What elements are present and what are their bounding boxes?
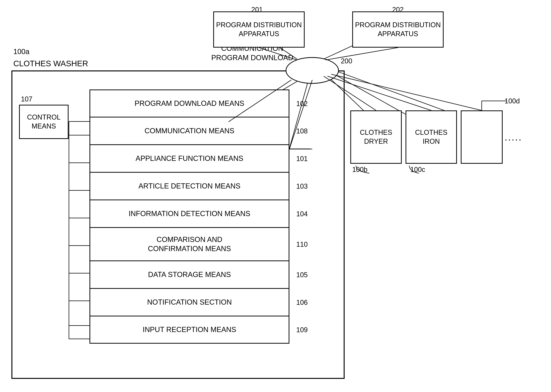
- clothes-dryer-box: CLOTHESDRYER: [350, 110, 402, 164]
- control-means-box: CONTROLMEANS: [19, 105, 69, 139]
- svg-line-17: [329, 69, 449, 112]
- ref-100b: 100b: [352, 166, 368, 174]
- means-box-notification: NOTIFICATION SECTION 106: [90, 288, 289, 316]
- means-box-data-storage: DATA STORAGE MEANS 105: [90, 261, 289, 288]
- washer-label: CLOTHES WASHER: [13, 59, 88, 68]
- means-box-program-download: PROGRAM DOWNLOAD MEANS 102: [90, 90, 289, 117]
- ref-201: 201: [251, 6, 263, 14]
- means-box-input-reception: INPUT RECEPTION MEANS 109: [90, 316, 289, 344]
- pda-202-label: PROGRAM DISTRIBUTIONAPPARATUS: [355, 21, 441, 38]
- pda-box-202: PROGRAM DISTRIBUTIONAPPARATUS: [352, 11, 444, 48]
- means-column: PROGRAM DOWNLOAD MEANS 102 COMMUNICATION…: [90, 90, 289, 344]
- ref-100a: 100a: [13, 48, 29, 56]
- means-box-article-detection: ARTICLE DETECTION MEANS 103: [90, 172, 289, 200]
- ref-107: 107: [21, 95, 32, 103]
- ref-202: 202: [392, 6, 404, 14]
- means-label-7: NOTIFICATION SECTION: [147, 298, 232, 307]
- means-label-5: COMPARISON ANDCONFIRMATION MEANS: [148, 235, 231, 253]
- means-box-information-detection: INFORMATION DETECTION MEANS 104: [90, 200, 289, 228]
- means-label-8: INPUT RECEPTION MEANS: [143, 325, 236, 334]
- ref-102: 102: [296, 99, 308, 108]
- pda-201-label: PROGRAM DISTRIBUTIONAPPARATUS: [216, 21, 302, 38]
- ref-100d: 100d: [505, 97, 520, 105]
- dots-label: .....: [505, 131, 522, 143]
- rightmost-appliance-box: [461, 110, 503, 164]
- ref-109: 109: [296, 325, 308, 334]
- clothes-iron-label: CLOTHESIRON: [415, 128, 447, 146]
- ref-105: 105: [296, 270, 308, 279]
- means-label-4: INFORMATION DETECTION MEANS: [129, 209, 250, 218]
- ref-108: 108: [296, 127, 308, 135]
- ref-103: 103: [296, 182, 308, 190]
- means-label-3: ARTICLE DETECTION MEANS: [139, 182, 240, 191]
- means-label-1: COMMUNICATION MEANS: [145, 126, 234, 136]
- means-label-2: APPLIANCE FUNCTION MEANS: [136, 154, 243, 163]
- clothes-dryer-label: CLOTHESDRYER: [360, 128, 392, 146]
- ref-110: 110: [296, 240, 308, 248]
- pda-box-201: PROGRAM DISTRIBUTIONAPPARATUS: [213, 11, 305, 48]
- diagram-container: CLOTHES WASHER 100a 107 CONTROLMEANS PRO…: [0, 0, 551, 392]
- network-oval: [286, 57, 339, 84]
- control-means-label: CONTROLMEANS: [27, 113, 61, 131]
- ref-100c: 100c: [410, 166, 425, 174]
- means-label-0: PROGRAM DOWNLOAD MEANS: [135, 99, 244, 108]
- ref-106: 106: [296, 298, 308, 307]
- ref-200: 200: [341, 57, 352, 65]
- svg-line-25: [331, 74, 482, 110]
- ref-101: 101: [296, 154, 308, 163]
- means-label-6: DATA STORAGE MEANS: [148, 270, 231, 279]
- means-box-comparison: COMPARISON ANDCONFIRMATION MEANS 110: [90, 228, 289, 261]
- means-box-appliance-function: APPLIANCE FUNCTION MEANS 101: [90, 145, 289, 172]
- means-box-communication: COMMUNICATION MEANS 108: [90, 117, 289, 145]
- clothes-iron-box: CLOTHESIRON: [405, 110, 457, 164]
- svg-line-20: [326, 48, 398, 60]
- ref-104: 104: [296, 210, 308, 218]
